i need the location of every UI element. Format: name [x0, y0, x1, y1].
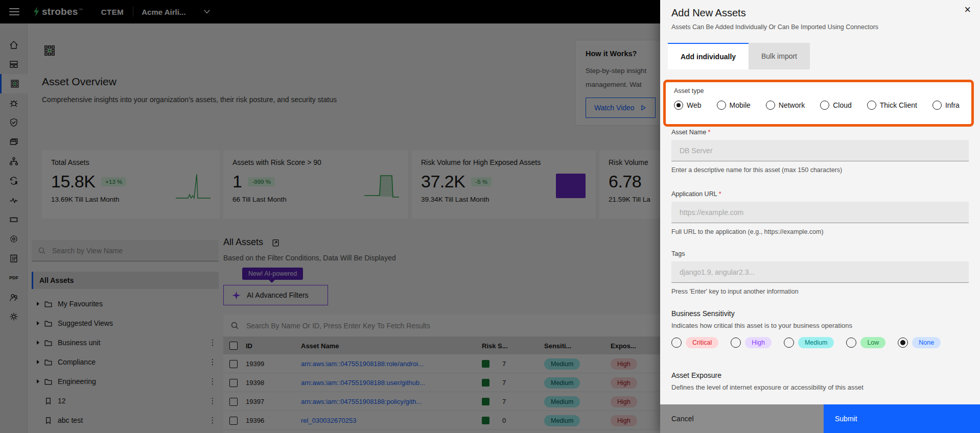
- business-sensitivity-options: Critical High Medium Low None: [671, 337, 941, 348]
- asset-exposure-label: Asset Exposure: [671, 371, 721, 379]
- drawer-subtitle: Assets Can Be Added Individually Or Can …: [671, 23, 878, 31]
- radio-icon[interactable]: [731, 338, 741, 348]
- add-assets-drawer: × Add New Assets Assets Can Be Added Ind…: [660, 0, 980, 433]
- radio-web[interactable]: Web: [674, 101, 702, 110]
- cancel-button[interactable]: Cancel: [660, 404, 824, 433]
- tab-bulk-import[interactable]: Bulk import: [749, 43, 810, 69]
- asset-exposure-helper: Defines the level of internet exposure o…: [671, 383, 864, 391]
- radio-thick-client[interactable]: Thick Client: [867, 101, 917, 110]
- tags-label: Tags: [671, 250, 685, 257]
- asset-name-label: Asset Name *: [671, 129, 710, 136]
- radio-icon[interactable]: [846, 338, 856, 348]
- radio-icon[interactable]: [867, 101, 876, 110]
- close-icon[interactable]: ×: [964, 4, 971, 15]
- radio-medium[interactable]: Medium: [784, 337, 834, 348]
- modal-dim-overlay[interactable]: [0, 0, 660, 433]
- application-url-helper: Full URL to the application (e.g., https…: [671, 228, 824, 235]
- asset-type-label: Asset type: [674, 87, 963, 94]
- application-url-label: Application URL *: [671, 190, 721, 198]
- tags-helper: Press 'Enter' key to input another infor…: [671, 288, 799, 295]
- tags-input[interactable]: [671, 261, 969, 283]
- drawer-tabs: Add individually Bulk import: [668, 43, 810, 69]
- radio-icon[interactable]: [932, 101, 942, 110]
- radio-icon[interactable]: [766, 101, 775, 110]
- radio-none[interactable]: None: [898, 337, 941, 348]
- radio-mobile[interactable]: Mobile: [717, 101, 751, 110]
- drawer-title: Add New Assets: [671, 7, 746, 19]
- radio-icon[interactable]: [784, 338, 794, 348]
- sensitivity-pill: None: [912, 337, 941, 348]
- radio-icon[interactable]: [671, 338, 682, 348]
- application-url-input[interactable]: [671, 202, 969, 223]
- radio-critical[interactable]: Critical: [671, 337, 718, 348]
- tab-add-individually[interactable]: Add individually: [668, 43, 749, 69]
- drawer-footer: Cancel Submit: [660, 404, 980, 433]
- radio-network[interactable]: Network: [766, 101, 805, 110]
- radio-low[interactable]: Low: [846, 337, 885, 348]
- submit-button[interactable]: Submit: [824, 404, 980, 433]
- sensitivity-pill: High: [745, 337, 772, 348]
- radio-icon[interactable]: [717, 101, 726, 110]
- sensitivity-pill: Low: [860, 337, 885, 348]
- asset-name-input[interactable]: [671, 140, 969, 161]
- radio-icon[interactable]: [898, 338, 908, 348]
- business-sensitivity-helper: Indicates how critical this asset is to …: [671, 322, 852, 329]
- radio-icon[interactable]: [674, 101, 683, 110]
- radio-high[interactable]: High: [731, 337, 772, 348]
- asset-name-helper: Enter a descriptive name for this asset …: [671, 166, 842, 174]
- asset-type-highlight-box: Asset type Web Mobile Network Cloud Thic…: [663, 80, 974, 127]
- radio-cloud[interactable]: Cloud: [820, 101, 852, 110]
- business-sensitivity-label: Business Sensitivity: [671, 309, 735, 318]
- sensitivity-pill: Medium: [798, 337, 834, 348]
- radio-icon[interactable]: [820, 101, 829, 110]
- app-screen: strobes ™ CTEM Acme Airli...: [0, 0, 980, 433]
- asset-type-options: Web Mobile Network Cloud Thick Client In…: [674, 101, 963, 110]
- radio-infra[interactable]: Infra: [932, 101, 960, 110]
- sensitivity-pill: Critical: [686, 337, 718, 348]
